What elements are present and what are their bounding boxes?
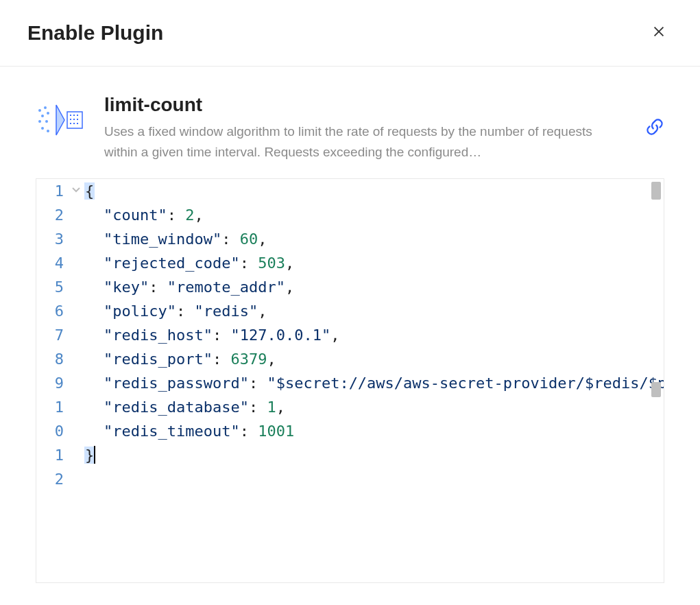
code-line[interactable]: "redis_password": "$secret://aws/aws-sec… [84,371,664,395]
line-number: 1 [36,179,64,203]
docs-link-button[interactable] [645,117,664,139]
svg-rect-13 [77,115,78,116]
line-number: 1 [36,443,64,467]
json-editor[interactable]: 1234567891012 {"count": 2,"time_window":… [36,178,664,583]
code-line[interactable]: "redis_port": 6379, [84,347,664,371]
line-number: 6 [36,299,64,323]
line-number: 5 [36,275,64,299]
svg-point-2 [38,109,41,112]
plugin-info: limit-count Uses a fixed window algorith… [36,94,664,163]
code-line[interactable]: "redis_timeout": 1001 [84,419,664,443]
line-number: 8 [36,347,64,371]
fold-toggle[interactable] [71,184,82,195]
line-number: 9 [36,371,64,395]
code-line[interactable]: "rejected_code": 503, [84,251,664,275]
plugin-name: limit-count [104,94,618,116]
svg-rect-19 [77,123,78,124]
svg-point-7 [45,120,48,123]
code-line[interactable] [84,467,664,491]
code-line[interactable]: "count": 2, [84,203,664,227]
svg-point-3 [44,106,47,109]
svg-rect-16 [77,119,78,120]
plugin-text: limit-count Uses a fixed window algorith… [104,94,618,163]
line-number: 2 [36,203,64,227]
svg-point-8 [41,127,44,130]
scrollbar-thumb-mid[interactable] [651,382,661,397]
svg-rect-15 [73,119,75,120]
svg-point-6 [38,120,41,123]
code-line[interactable]: } [84,443,664,467]
line-number: 4 [36,251,64,275]
enable-plugin-modal: Enable Plugin [0,0,700,605]
line-number: 1 [36,395,64,419]
svg-rect-14 [70,119,71,120]
modal-body: limit-count Uses a fixed window algorith… [0,67,700,605]
editor-gutter: 1234567891012 [36,179,69,582]
link-icon [645,127,664,139]
chevron-down-icon [71,184,82,195]
svg-rect-12 [73,115,75,116]
close-icon [651,24,666,42]
code-line[interactable]: { [84,179,664,203]
plugin-description: Uses a fixed window algorithm to limit t… [104,121,618,163]
line-number: 2 [36,467,64,491]
code-line[interactable]: "policy": "redis", [84,299,664,323]
modal-title: Enable Plugin [27,21,163,45]
svg-rect-18 [73,123,75,124]
code-line[interactable]: "redis_database": 1, [84,395,664,419]
svg-rect-11 [70,115,71,116]
svg-point-9 [47,130,49,132]
svg-point-5 [47,112,49,115]
line-number: 7 [36,323,64,347]
line-number: 0 [36,419,64,443]
scrollbar-thumb-top[interactable] [651,182,661,200]
modal-header: Enable Plugin [0,0,700,67]
svg-point-4 [41,115,44,117]
code-line[interactable]: "key": "remote_addr", [84,275,664,299]
code-line[interactable]: "time_window": 60, [84,227,664,251]
close-button[interactable] [645,19,673,47]
editor-code-area[interactable]: {"count": 2,"time_window": 60,"rejected_… [84,179,664,582]
code-line[interactable]: "redis_host": "127.0.0.1", [84,323,664,347]
limit-count-icon [36,101,85,139]
svg-rect-17 [70,123,71,124]
line-number: 3 [36,227,64,251]
